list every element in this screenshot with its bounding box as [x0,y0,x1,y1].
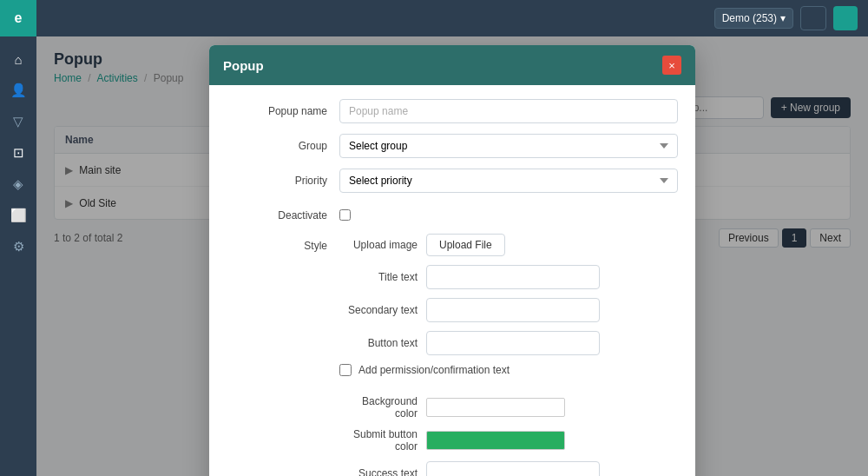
group-select[interactable]: Select group [339,134,678,158]
title-text-input[interactable] [426,265,600,289]
topbar-btn2[interactable] [833,6,858,30]
group-row: Group Select group [227,134,678,158]
deactivate-checkbox[interactable] [339,209,351,221]
upload-image-label: Upload image [339,239,418,251]
sidebar-item-chart[interactable]: ⬜ [0,200,36,231]
submit-button-color-bar[interactable] [426,431,565,450]
demo-label: Demo (253) [722,12,777,24]
priority-label: Priority [227,169,339,187]
submit-color-row: Submit button color [339,428,678,453]
priority-row: Priority Select priority [227,169,678,193]
app-logo: e [0,0,36,36]
priority-field: Select priority [339,169,678,193]
modal-header: Popup × [209,45,695,85]
popup-name-label: Popup name [227,99,339,117]
style-label: Style [227,234,339,252]
style-field: Upload image Upload File Title text [339,234,678,476]
success-text-row: Success text [339,461,678,476]
success-text-label: Success text [339,467,418,476]
topbar: Demo (253) ▾ [36,0,868,36]
sidebar-item-tag[interactable]: ◈ [0,169,36,200]
button-text-row: Button text [339,331,678,355]
popup-name-input[interactable] [339,99,678,123]
deactivate-row: Deactivate [227,203,678,223]
submit-color-label: Submit button color [339,428,418,453]
secondary-text-input[interactable] [426,298,600,322]
permission-checkbox[interactable] [339,364,352,376]
group-label: Group [227,134,339,152]
secondary-text-label: Secondary text [339,304,418,316]
main-content: Demo (253) ▾ Popup Home / Activities / P… [36,0,868,476]
popup-name-field [339,99,678,123]
permission-row: Add permission/confirmation text [339,364,678,376]
permission-label: Add permission/confirmation text [358,364,510,376]
popup-modal: Popup × Popup name [209,45,695,476]
style-row: Style Upload image Upload File [227,234,678,476]
chevron-down-icon: ▾ [780,12,786,24]
modal-title: Popup [223,58,264,73]
popup-name-row: Popup name [227,99,678,123]
sidebar-item-filter[interactable]: ▽ [0,106,36,137]
title-text-label: Title text [339,271,418,283]
close-icon: × [668,59,675,72]
modal-body: Popup name Group Select group [209,85,695,476]
modal-close-button[interactable]: × [662,56,681,75]
page-area: Popup Home / Activities / Popup + New gr… [36,36,868,476]
bg-color-row: Background color [339,395,678,420]
button-text-input[interactable] [426,331,600,355]
background-color-bar[interactable] [426,398,565,417]
success-text-input[interactable] [426,461,600,476]
sidebar-item-user[interactable]: 👤 [0,75,36,106]
title-text-row: Title text [339,265,678,289]
secondary-text-row: Secondary text [339,298,678,322]
demo-dropdown[interactable]: Demo (253) ▾ [714,8,793,29]
upload-file-button[interactable]: Upload File [426,234,505,256]
group-field: Select group [339,134,678,158]
sidebar: e ⌂ 👤 ▽ ⊡ ◈ ⬜ ⚙ [0,0,36,476]
button-text-label: Button text [339,337,418,349]
sidebar-item-home[interactable]: ⌂ [0,43,36,75]
upload-image-row: Upload image Upload File [339,234,678,256]
priority-select[interactable]: Select priority [339,169,678,193]
deactivate-field [339,209,678,223]
topbar-btn1[interactable] [800,6,826,30]
sidebar-item-layers[interactable]: ⊡ [0,137,36,169]
modal-overlay: Popup × Popup name [36,36,868,476]
bg-color-label: Background color [339,395,418,420]
deactivate-label: Deactivate [227,203,339,221]
style-section: Upload image Upload File Title text [339,234,678,476]
sidebar-item-settings[interactable]: ⚙ [0,231,36,262]
